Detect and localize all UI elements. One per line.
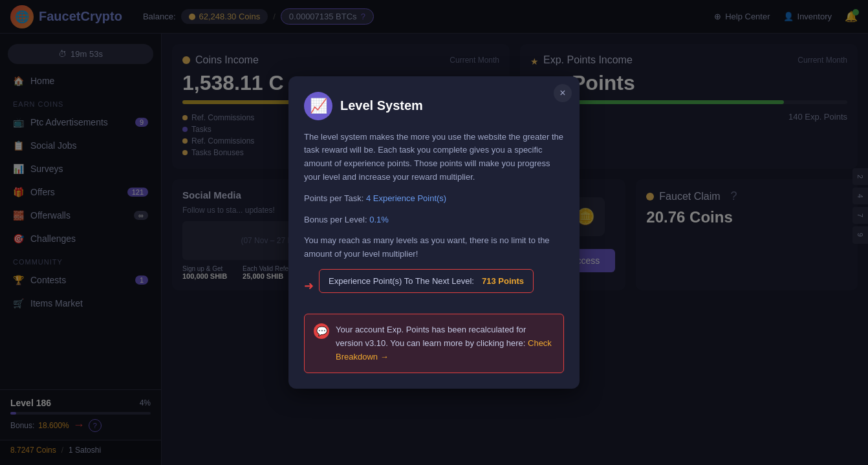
modal-close-button[interactable]: × — [554, 84, 572, 102]
warning-text: Your account Exp. Points has been recalc… — [336, 323, 554, 363]
modal-overlay[interactable]: × 📈 Level System The level system makes … — [0, 0, 868, 465]
modal-body-text-2: You may reach as many levels as you want… — [304, 234, 564, 261]
level-system-modal: × 📈 Level System The level system makes … — [288, 76, 580, 389]
bonus-per-level-value: 0.1% — [369, 215, 389, 224]
modal-header: 📈 Level System — [304, 92, 564, 120]
bonus-per-level-label: Bonus per Level: — [304, 215, 367, 224]
warning-box: 💬 Your account Exp. Points has been reca… — [304, 314, 564, 373]
next-level-pts: 713 Points — [482, 276, 524, 286]
points-per-task-value: 4 Experience Point(s) — [366, 193, 446, 203]
modal-body-text-1: The level system makes the more you use … — [304, 131, 564, 184]
next-level-label: Experience Point(s) To The Next Level: — [329, 276, 474, 286]
modal-title: Level System — [340, 98, 423, 113]
points-per-task-label: Points per Task: — [304, 193, 363, 203]
modal-icon: 📈 — [304, 92, 332, 120]
warning-icon: 💬 — [314, 323, 329, 339]
next-level-box: Experience Point(s) To The Next Level: 7… — [319, 269, 534, 293]
modal-body: The level system makes the more you use … — [304, 131, 564, 261]
red-arrow-icon: ➜ — [304, 279, 314, 293]
